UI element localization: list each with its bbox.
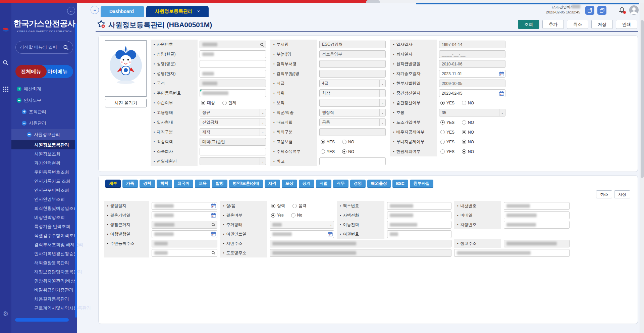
field-자택전화[interactable] — [387, 211, 451, 219]
radio-option-YES[interactable]: YES — [440, 101, 454, 105]
sidebar-item-채용결과등록관리[interactable]: 채용결과등록관리 — [11, 294, 77, 303]
field-전일제환산[interactable]: ⌄ — [200, 157, 266, 165]
field-최종학력[interactable]: 대학(교)졸업 — [200, 138, 266, 146]
radio-icon[interactable] — [440, 130, 445, 134]
detail-tab-career[interactable]: 경력 — [140, 180, 155, 188]
detail-tab-detail[interactable]: 세부 — [105, 180, 121, 188]
radio-option-NO[interactable]: NO — [462, 149, 474, 154]
sidebar-item-재정보증담당자등록관리[interactable]: 재정보증담당자등록관리 — [11, 267, 77, 276]
radio-option-대상[interactable]: 대상 — [201, 100, 215, 106]
detail-tab-attachment[interactable]: 첨부파일 — [410, 180, 433, 188]
calendar-icon[interactable] — [499, 91, 504, 96]
chevron-down-icon[interactable]: ⌄ — [379, 90, 385, 97]
sidebar-item-과거인력현황[interactable]: 과거인력현황 — [11, 158, 77, 168]
field-여권만료일[interactable] — [270, 230, 334, 238]
chevron-down-icon[interactable]: ⌄ — [499, 109, 505, 116]
field-성명(영문)[interactable] — [200, 60, 266, 68]
field-차기승호일자[interactable]: 2023-11-01 — [439, 70, 505, 78]
sidebar-vertical-scrollbar[interactable] — [75, 23, 77, 318]
chevron-down-icon[interactable]: ⌄ — [260, 119, 266, 126]
radio-option-양력[interactable]: 양력 — [271, 203, 285, 209]
sidebar-item-특정기술 인력조회[interactable]: 특정기술 인력조회 — [11, 222, 77, 231]
radio-icon[interactable] — [321, 149, 325, 154]
field-중간정산일자[interactable]: 2023-02-05 — [439, 89, 505, 97]
field-현직급발령일[interactable]: 2010-01-06 — [439, 60, 505, 68]
favorite-star-icon[interactable] — [97, 19, 106, 30]
field-겸직부(팀)명[interactable] — [319, 70, 386, 78]
detail-save-button[interactable]: 저장 — [614, 190, 630, 198]
radio-selected-icon[interactable] — [271, 204, 275, 208]
radio-selected-icon[interactable] — [462, 130, 466, 134]
field-직위[interactable]: 차장⌄ — [319, 89, 386, 97]
query-button[interactable]: 조회 — [518, 20, 539, 29]
field-이동전화[interactable] — [387, 221, 451, 229]
field-여행발행일[interactable] — [152, 230, 217, 238]
field-퇴직구분[interactable] — [319, 128, 386, 136]
detail-tab-academic[interactable]: 학력 — [157, 180, 172, 188]
rail-search-icon[interactable] — [0, 60, 11, 67]
hamburger-menu-icon[interactable]: ≡ — [91, 6, 99, 14]
field-양/음[interactable]: 양력음력 — [270, 202, 314, 210]
radio-selected-icon[interactable] — [462, 149, 466, 154]
all-menu-button[interactable]: 전체메뉴 — [15, 65, 47, 78]
field-부녀자공제여부[interactable]: YESNO — [439, 138, 481, 146]
radio-icon[interactable] — [462, 120, 466, 125]
sidebar-item-겸직부서조회및 해제관리[interactable]: 겸직부서조회및 해제관리 — [11, 240, 77, 249]
field-지번주소[interactable] — [270, 240, 451, 247]
detail-tab-job-series[interactable]: 직렬 — [316, 180, 331, 188]
sidebar-item-비밀취급인가증관리[interactable]: 비밀취급인가증관리 — [11, 285, 77, 294]
chevron-down-icon[interactable]: ⌄ — [260, 109, 266, 116]
chevron-down-icon[interactable]: ⌄ — [260, 129, 266, 136]
radio-option-면제[interactable]: 면제 — [222, 100, 236, 106]
field-주거형태[interactable]: ⌄ — [270, 221, 334, 229]
expand-plus-icon[interactable] — [17, 87, 21, 91]
sidebar-item-근로계약서및서약서등록관리[interactable]: 근로계약서및서약서등록관리 — [11, 303, 77, 313]
tab-사원정보등록관리[interactable]: 사원정보등록관리× — [146, 6, 209, 17]
field-생일일자[interactable] — [152, 202, 217, 210]
field-결혼기념일[interactable] — [152, 211, 217, 219]
scrollbar-thumb[interactable] — [641, 20, 644, 178]
field-입사형태[interactable]: 신입공채⌄ — [200, 118, 266, 126]
field-주민등록번호[interactable] — [200, 89, 266, 97]
radio-selected-icon[interactable] — [440, 120, 445, 125]
sidebar-item-인사기록변경신청승인[interactable]: 인사기록변경신청승인 — [11, 249, 77, 258]
radio-option-YES[interactable]: YES — [440, 140, 454, 144]
radio-icon[interactable] — [440, 140, 445, 144]
sidebar-item-인사기록카드 조회[interactable]: 인사기록카드 조회 — [11, 177, 77, 186]
upload-photo-button[interactable]: 사진 올리기 — [105, 99, 147, 107]
detail-tab-appointment[interactable]: 발령 — [212, 180, 227, 188]
cancel-button[interactable]: 취소 — [567, 20, 588, 29]
detail-tab-award[interactable]: 포상 — [282, 180, 297, 188]
collapse-minus-icon[interactable] — [27, 132, 32, 137]
field-주소검색[interactable] — [152, 249, 217, 257]
radio-icon[interactable] — [342, 140, 346, 144]
calendar-icon[interactable] — [211, 232, 216, 237]
save-button[interactable]: 저장 — [591, 20, 613, 29]
radio-icon[interactable] — [222, 101, 227, 105]
field-성명(한자)[interactable] — [200, 70, 266, 78]
chevron-down-icon[interactable]: ⌄ — [379, 80, 385, 87]
radio-option-YES[interactable]: YES — [440, 149, 454, 154]
field-겸직부서명[interactable] — [319, 60, 386, 68]
radio-option-YES[interactable]: YES — [321, 149, 335, 154]
detail-tab-license[interactable]: 자격 — [265, 180, 280, 188]
field-보직[interactable]: ⌄ — [319, 99, 386, 107]
duplicate-window-icon[interactable] — [597, 6, 606, 15]
add-button[interactable]: 추가 — [542, 20, 564, 29]
detail-tab-discipline[interactable]: 징계 — [299, 180, 314, 188]
field-부서명[interactable]: ESG경영처 — [319, 41, 386, 48]
radio-option-음력[interactable]: 음력 — [292, 203, 307, 209]
field-고용형태[interactable]: 정규⌄ — [200, 109, 266, 116]
field-주택소유여부[interactable]: YESNO — [319, 148, 362, 155]
detail-tab-military[interactable]: 병역/보훈/장애 — [229, 180, 263, 188]
search-icon[interactable] — [211, 222, 216, 228]
radio-option-YES[interactable]: YES — [321, 140, 335, 144]
notification-bell-icon[interactable] — [619, 7, 626, 14]
sidebar-item-인사연명부조회[interactable]: 인사연명부조회 — [11, 195, 77, 204]
sidebar-item-예산회계[interactable]: 예산회계 — [11, 83, 77, 95]
field-고용보험[interactable]: YESNO — [319, 138, 362, 146]
detail-tab-training[interactable]: 교육 — [195, 180, 210, 188]
collapse-minus-icon[interactable] — [22, 121, 26, 126]
radio-icon[interactable] — [440, 149, 445, 154]
radio-option-YES[interactable]: YES — [440, 120, 454, 125]
